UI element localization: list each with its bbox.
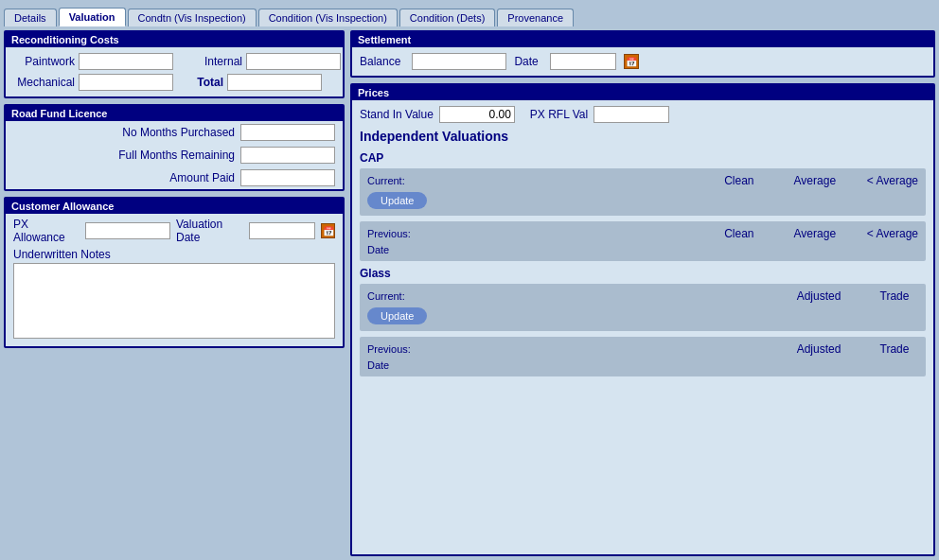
tabs-bar: Details Valuation Condtn (Vis Inspection… [0,0,939,26]
glass-previous-col-headers: Adjusted Trade [795,342,918,356]
glass-current-card: Current: Adjusted Trade Update [360,284,926,331]
main-content: Reconditioning Costs Paintwork Internal … [0,26,939,560]
prices-panel: Prices Stand In Value PX RFL Val Indepen… [350,83,935,556]
full-months-input[interactable] [240,147,335,164]
valuation-date-calendar-icon[interactable]: 📅 [321,223,335,238]
settlement-body: Balance Date 📅 [352,47,933,76]
customer-allowance-panel: Customer Allowance PX Allowance Valuatio… [4,197,345,348]
independent-valuations-title: Independent Valuations [360,129,926,144]
tab-condition-dets[interactable]: Condition (Dets) [399,9,495,26]
cap-current-label: Current: [367,175,424,186]
stand-in-value-label: Stand In Value [360,108,434,121]
full-months-label: Full Months Remaining [118,149,235,162]
stand-in-row: Stand In Value PX RFL Val [360,106,926,123]
total-label: Total [181,76,223,89]
underwritten-notes-textarea[interactable] [13,263,335,339]
total-input[interactable] [227,74,322,91]
cap-previous-col-headers: Clean Average < Average [716,227,918,240]
px-rfl-val-input[interactable] [594,106,669,123]
mechanical-input[interactable] [79,74,173,91]
cap-previous-date-row: Date [367,242,918,257]
settlement-title: Settlement [352,32,933,47]
paintwork-input[interactable] [79,53,173,70]
cap-current-card: Current: Clean Average < Average Update [360,168,926,216]
cap-previous-label: Previous: [367,228,424,239]
reconditioning-grid: Paintwork Internal Mechanical Total [6,47,343,96]
date-label: Date [514,55,538,68]
prices-title: Prices [352,85,933,100]
glass-current-label: Current: [367,290,424,302]
glass-prev-trade-header: Trade [871,342,918,356]
tab-valuation[interactable]: Valuation [59,8,126,26]
balance-input[interactable] [412,53,506,70]
px-allowance-row: PX Allowance Valuation Date 📅 [6,214,343,248]
valuation-date-label: Valuation Date [176,218,243,244]
customer-allowance-title: Customer Allowance [6,199,343,214]
glass-previous-date-row: Date [367,358,918,373]
settlement-date-input[interactable] [550,53,616,70]
tab-condtn-vis[interactable]: Condtn (Vis Inspection) [128,9,257,26]
tab-provenance[interactable]: Provenance [497,9,574,26]
reconditioning-panel: Reconditioning Costs Paintwork Internal … [4,30,345,98]
cap-average-header: Average [791,174,839,187]
glass-trade-header: Trade [871,289,918,303]
amount-paid-row: Amount Paid [6,166,343,189]
cap-current-col-headers: Clean Average < Average [716,174,918,187]
cap-below-average-header: < Average [867,174,918,187]
reconditioning-title: Reconditioning Costs [6,32,343,47]
cap-section-title: CAP [360,151,926,165]
px-allowance-input[interactable] [85,222,170,239]
glass-update-button[interactable]: Update [367,307,427,324]
no-months-input[interactable] [240,124,335,141]
cap-update-button[interactable]: Update [367,192,427,209]
mechanical-label: Mechanical [13,76,75,89]
glass-previous-row: Previous: Adjusted Trade [367,341,918,358]
cap-clean-header: Clean [716,174,763,187]
tab-condition-vis[interactable]: Condition (Vis Inspection) [258,9,398,26]
px-rfl-val-label: PX RFL Val [530,108,588,121]
right-column: Settlement Balance Date 📅 Prices Stand I… [350,30,935,556]
balance-label: Balance [360,55,400,68]
road-fund-title: Road Fund Licence [6,106,343,121]
underwritten-notes-label: Underwritten Notes [6,248,343,263]
cap-update-row: Update [367,189,918,212]
glass-adjusted-header: Adjusted [795,289,842,303]
internal-input[interactable] [246,53,341,70]
glass-current-row: Current: Adjusted Trade [367,288,918,305]
internal-label: Internal [181,55,242,68]
cap-previous-row: Previous: Clean Average < Average [367,225,918,242]
glass-update-row: Update [367,305,918,327]
glass-previous-card: Previous: Adjusted Trade Date [360,337,926,376]
glass-prev-adjusted-header: Adjusted [795,342,842,356]
glass-current-col-headers: Adjusted Trade [795,289,918,303]
cap-prev-clean-header: Clean [716,227,763,240]
stand-in-value-input[interactable] [439,106,515,123]
amount-paid-label: Amount Paid [169,171,235,184]
paintwork-row: Paintwork [13,53,173,70]
paintwork-label: Paintwork [13,55,75,68]
prices-body: Stand In Value PX RFL Val Independent Va… [352,100,933,388]
glass-section-title: Glass [360,267,926,280]
valuation-date-input[interactable] [249,222,315,239]
total-row: Total [181,74,341,91]
px-allowance-label: PX Allowance [13,218,80,244]
glass-previous-label: Previous: [367,343,424,355]
left-column: Reconditioning Costs Paintwork Internal … [4,30,345,556]
settlement-panel: Settlement Balance Date 📅 [350,30,935,78]
full-months-row: Full Months Remaining [6,144,343,166]
tab-details[interactable]: Details [4,9,57,26]
settlement-date-calendar-icon[interactable]: 📅 [624,54,639,69]
cap-prev-below-average-header: < Average [867,227,918,240]
amount-paid-input[interactable] [240,169,335,186]
road-fund-panel: Road Fund Licence No Months Purchased Fu… [4,104,345,191]
no-months-row: No Months Purchased [6,121,343,144]
cap-previous-card: Previous: Clean Average < Average Date [360,221,926,261]
no-months-label: No Months Purchased [122,126,235,139]
mechanical-row: Mechanical [13,74,173,91]
internal-row: Internal [181,53,341,70]
cap-current-row: Current: Clean Average < Average [367,172,918,189]
cap-prev-average-header: Average [791,227,839,240]
